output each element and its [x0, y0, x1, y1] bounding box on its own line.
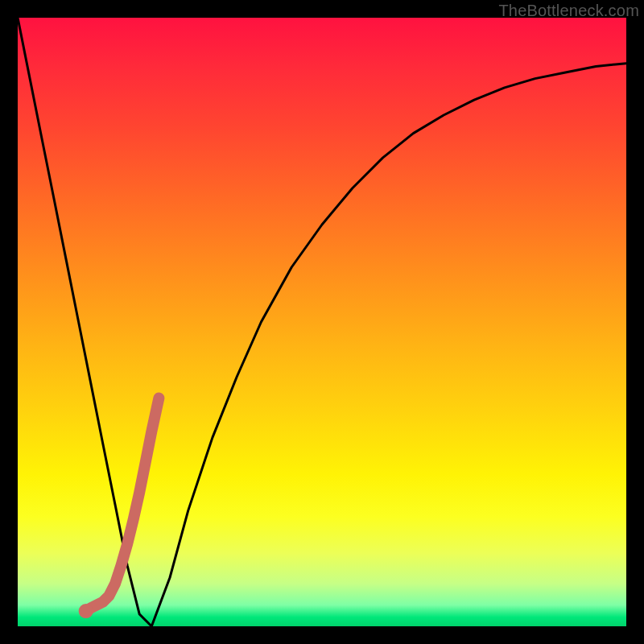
- chart-frame: TheBottleneck.com: [0, 0, 644, 644]
- bottleneck-curve-path: [18, 18, 626, 626]
- highlight-start-dot: [79, 604, 93, 618]
- curve-svg: [18, 18, 626, 626]
- highlight-segment-path: [86, 398, 159, 612]
- plot-area: [18, 18, 626, 626]
